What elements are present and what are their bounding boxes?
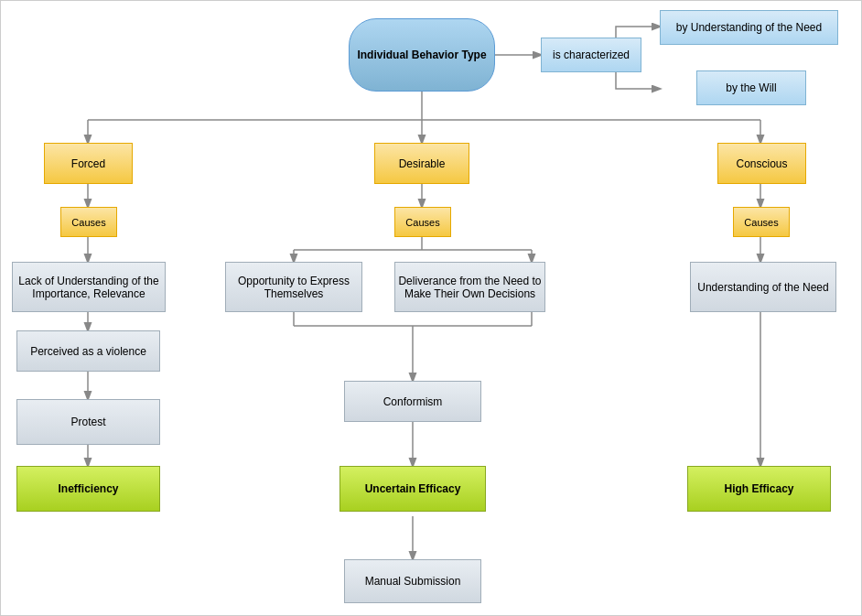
opportunity-express-node: Opportunity to Express Themselves [225, 262, 362, 312]
conscious-node: Conscious [717, 143, 806, 184]
inefficiency-node: Inefficiency [16, 466, 160, 512]
lack-understanding-node: Lack of Understanding of the Importance,… [12, 262, 166, 312]
forced-node: Forced [44, 143, 133, 184]
deliverance-node: Deliverance from the Need to Make Their … [394, 262, 545, 312]
by-the-will-node: by the Will [696, 70, 806, 105]
protest-node: Protest [16, 399, 160, 445]
conformism-node: Conformism [344, 381, 481, 422]
high-efficacy-node: High Efficacy [687, 466, 831, 512]
manual-submission-node: Manual Submission [344, 559, 481, 603]
desirable-node: Desirable [374, 143, 469, 184]
uncertain-efficacy-node: Uncertain Efficacy [339, 466, 486, 512]
individual-behavior-type-node: Individual Behavior Type [349, 18, 495, 92]
perceived-violence-node: Perceived as a violence [16, 330, 160, 372]
causes-forced-node: Causes [60, 207, 117, 237]
causes-desirable-node: Causes [394, 207, 451, 237]
diagram: Individual Behavior Type is characterize… [0, 0, 862, 616]
is-characterized-node: is characterized [541, 38, 641, 72]
by-understanding-node: by Understanding of the Need [660, 10, 838, 45]
understanding-need-node: Understanding of the Need [690, 262, 836, 312]
causes-conscious-node: Causes [733, 207, 790, 237]
